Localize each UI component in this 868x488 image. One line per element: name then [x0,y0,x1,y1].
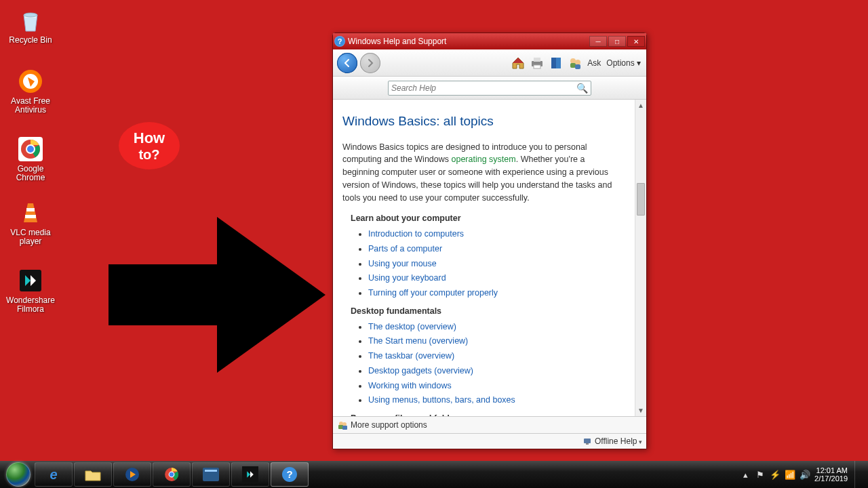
svg-rect-11 [534,58,540,62]
bubble-line2: to? [138,147,159,163]
section-heading: Desktop fundamentals [351,305,621,318]
svg-rect-21 [584,439,591,443]
svg-rect-22 [586,443,589,445]
svg-point-14 [575,60,580,65]
close-button[interactable]: ✕ [627,36,645,47]
taskbar-item-app[interactable] [192,462,230,487]
maximize-button[interactable]: □ [608,36,626,47]
help-window: ? Windows Help and Support ─ □ ✕ [332,33,647,449]
help-topic-link[interactable]: Using your mouse [368,259,437,268]
titlebar[interactable]: ? Windows Help and Support ─ □ ✕ [333,33,646,49]
help-topic-link[interactable]: The taskbar (overview) [368,351,454,361]
taskbar-item-chrome[interactable] [153,462,191,487]
options-button[interactable]: Options ▾ [605,58,642,68]
more-support-row[interactable]: More support options [333,416,646,433]
svg-point-26 [170,472,174,477]
tray-network-icon[interactable]: 📶 [785,469,795,480]
desktop-icon-chrome[interactable]: Google Chrome [5,136,56,182]
offline-help-label: Offline Help [595,436,642,446]
help-topic-link[interactable]: Introduction to computers [368,229,464,239]
app-icon [203,468,219,481]
section-heading: Learn about your computer [351,212,621,225]
desktop-icon-label: Avast Free Antivirus [5,97,56,115]
back-button[interactable] [337,53,357,73]
help-topic-link[interactable]: Desktop gadgets (overview) [368,366,473,375]
taskbar-item-wmp[interactable] [113,462,151,487]
chrome-icon [17,136,44,163]
desktop-icon-label: Recycle Bin [5,36,56,45]
section-heading: Programs, files, and folders [351,412,621,416]
show-desktop-button[interactable] [854,461,861,488]
scroll-thumb[interactable] [637,183,645,216]
tray-volume-icon[interactable]: 🔊 [800,469,810,480]
help-topic-link[interactable]: Parts of a computer [368,244,442,253]
search-bar: 🔍 [333,77,646,100]
taskbar-item-ie[interactable]: e [35,462,73,487]
recycle-bin-icon [17,7,44,34]
chrome-icon [164,467,179,482]
help-content: Windows Basics: all topics Windows Basic… [333,100,635,416]
vertical-scrollbar[interactable]: ▲ ▼ [635,100,646,416]
taskbar-item-help[interactable]: ? [271,462,309,487]
search-input[interactable] [391,83,576,93]
svg-rect-19 [338,425,343,429]
scroll-up-icon[interactable]: ▲ [635,100,646,111]
search-icon[interactable]: 🔍 [576,83,588,94]
home-icon[interactable] [510,55,526,71]
svg-text:?: ? [286,468,292,480]
clock[interactable]: 12:01 AM 2/17/2019 [814,466,848,483]
taskbar-item-explorer[interactable] [74,462,112,487]
taskbar-item-filmora[interactable] [231,462,269,487]
scroll-down-icon[interactable]: ▼ [635,405,646,416]
operating-system-link[interactable]: operating system [452,155,516,164]
search-box[interactable]: 🔍 [388,81,591,96]
help-topic-link[interactable]: Using your keyboard [368,273,446,283]
avast-icon [17,68,44,95]
desktop: Recycle Bin Avast Free Antivirus Google … [0,0,868,461]
print-icon[interactable] [529,55,545,71]
help-topic-link[interactable]: Working with windows [368,381,452,390]
desktop-icon-label: Google Chrome [5,165,56,182]
more-support-label: More support options [351,420,427,430]
help-topic-link[interactable]: The desktop (overview) [368,322,456,331]
tray-power-icon[interactable]: ⚡ [770,469,781,480]
help-icon: ? [281,466,298,483]
desktop-icon-avast[interactable]: Avast Free Antivirus [5,68,56,115]
svg-point-0 [24,13,37,17]
help-topic-link[interactable]: Turning off your computer properly [368,288,498,298]
wmp-icon [124,466,140,483]
ask-button[interactable]: Ask [586,58,602,68]
minimize-button[interactable]: ─ [589,36,607,47]
svg-rect-16 [575,64,580,69]
desktop-icon-filmora[interactable]: Wondershare Filmora [5,267,56,314]
help-topic-link[interactable]: The Start menu (overview) [368,336,468,346]
help-icon: ? [334,36,345,47]
arrow-overlay [108,217,326,373]
tray-show-hidden-icon[interactable]: ▴ [740,469,751,480]
svg-rect-28 [205,470,217,472]
tray-action-center-icon[interactable]: ⚑ [755,469,766,480]
svg-point-13 [570,58,576,64]
start-button[interactable] [3,461,34,488]
svg-rect-12 [534,65,540,68]
bubble-line1: How [134,129,165,147]
folder-icon [84,467,102,482]
filmora-icon [242,466,258,483]
offline-help-row[interactable]: Offline Help [333,433,646,449]
ask-icon[interactable] [567,55,583,71]
how-to-bubble: How to? [119,122,180,169]
system-tray: ▴ ⚑ ⚡ 📶 🔊 12:01 AM 2/17/2019 [740,461,865,488]
svg-rect-15 [570,63,576,68]
scroll-track[interactable] [635,111,646,405]
vlc-icon [17,199,44,226]
ie-icon: e [50,467,57,483]
desktop-icon-vlc[interactable]: VLC media player [5,199,56,246]
help-topic-link[interactable]: Using menus, buttons, bars, and boxes [368,395,515,405]
desktop-icon-recycle-bin[interactable]: Recycle Bin [5,7,56,45]
filmora-icon [17,267,44,294]
intro-paragraph: Windows Basics topics are designed to in… [342,141,621,205]
svg-rect-8 [25,215,36,218]
forward-button[interactable] [360,53,380,73]
toolbar: Ask Options ▾ [333,49,646,77]
browse-help-icon[interactable] [548,55,564,71]
